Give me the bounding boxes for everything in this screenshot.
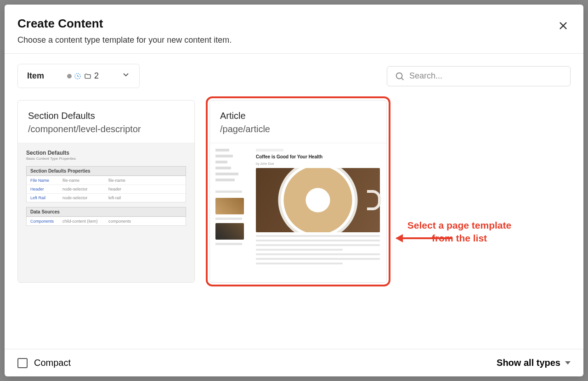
modal-title: Create Content: [17, 17, 571, 31]
cell: File Name: [27, 176, 59, 185]
search-icon: [395, 71, 405, 81]
modal-subtitle: Choose a content type template for your …: [17, 35, 571, 45]
cell: Header: [27, 185, 59, 193]
cell: components: [105, 217, 186, 225]
search-field[interactable]: [387, 66, 571, 86]
cell: node-selector: [59, 194, 105, 202]
template-card-article[interactable]: Article /page/article: [209, 100, 387, 283]
coffee-image-icon: [256, 168, 380, 232]
card-preview: Section Defaults Basic Content Type Prop…: [18, 143, 194, 282]
cell: Components: [27, 217, 59, 225]
compact-label: Compact: [34, 358, 71, 368]
thumbnail-icon: [215, 198, 244, 214]
annotation-text: Select a page template from the list: [400, 219, 519, 245]
folder-icon: [84, 73, 92, 80]
search-input[interactable]: [409, 71, 563, 81]
cell: Left Rail: [27, 194, 59, 202]
annotation-line: Select a page template: [400, 219, 519, 232]
article-preview-title: Coffee is Good for Your Health: [256, 154, 380, 159]
caret-down-icon: [565, 361, 571, 364]
show-all-types-dropdown[interactable]: Show all types: [497, 358, 571, 368]
card-header: Section Defaults /component/level-descri…: [18, 101, 194, 143]
cell: file-name: [59, 176, 105, 185]
card-path: /component/level-descriptor: [28, 124, 184, 134]
article-preview-byline: by John Doe: [256, 162, 380, 165]
cell: header: [105, 185, 186, 193]
preview-section-header: Section Defaults Properties: [26, 166, 186, 176]
preview-heading: Section Defaults: [26, 150, 186, 156]
compact-checkbox[interactable]: [17, 358, 28, 368]
preview-table: Componentschild-content (item)components: [26, 217, 186, 226]
clock-icon: [74, 73, 81, 80]
card-title: Article: [220, 111, 376, 121]
preview-table: File Namefile-namefile-name Headernode-s…: [26, 176, 186, 202]
thumbnail-icon: [215, 223, 244, 240]
item-count: 2: [94, 71, 99, 81]
svg-point-3: [396, 73, 402, 78]
cell: node-selector: [59, 185, 105, 193]
cell: child-content (item): [59, 217, 105, 225]
card-title: Section Defaults: [28, 111, 184, 121]
item-selector-status: 2: [67, 71, 99, 81]
status-dot-icon: [67, 74, 72, 78]
card-preview: Coffee is Good for Your Health by John D…: [210, 143, 386, 282]
modal-body: Item 2: [5, 54, 583, 349]
preview-main: Coffee is Good for Your Health by John D…: [253, 147, 383, 279]
cell: file-name: [105, 176, 186, 185]
compact-toggle[interactable]: Compact: [17, 358, 71, 368]
card-header: Article /page/article: [210, 101, 386, 143]
annotation-line: from the list: [400, 232, 519, 245]
toolbar: Item 2: [17, 64, 571, 88]
item-selector-label: Item: [27, 71, 44, 81]
preview-sub: Basic Content Type Properties: [26, 157, 186, 161]
close-button[interactable]: [556, 18, 571, 33]
svg-line-4: [401, 78, 403, 80]
modal-footer: Compact Show all types: [5, 349, 583, 376]
template-card-section-defaults[interactable]: Section Defaults /component/level-descri…: [17, 100, 195, 283]
close-icon: [558, 21, 568, 31]
card-path: /page/article: [220, 124, 376, 134]
preview-sidebar: [214, 147, 249, 279]
modal-header: Create Content Choose a content type tem…: [5, 5, 583, 54]
chevron-down-icon: [122, 71, 130, 81]
cell: left-rail: [105, 194, 186, 202]
preview-section-header: Data Sources: [26, 207, 186, 217]
create-content-modal: Create Content Choose a content type tem…: [5, 5, 583, 376]
item-selector[interactable]: Item 2: [17, 64, 140, 88]
show-all-label: Show all types: [497, 358, 560, 368]
template-cards: Section Defaults /component/level-descri…: [17, 100, 571, 283]
